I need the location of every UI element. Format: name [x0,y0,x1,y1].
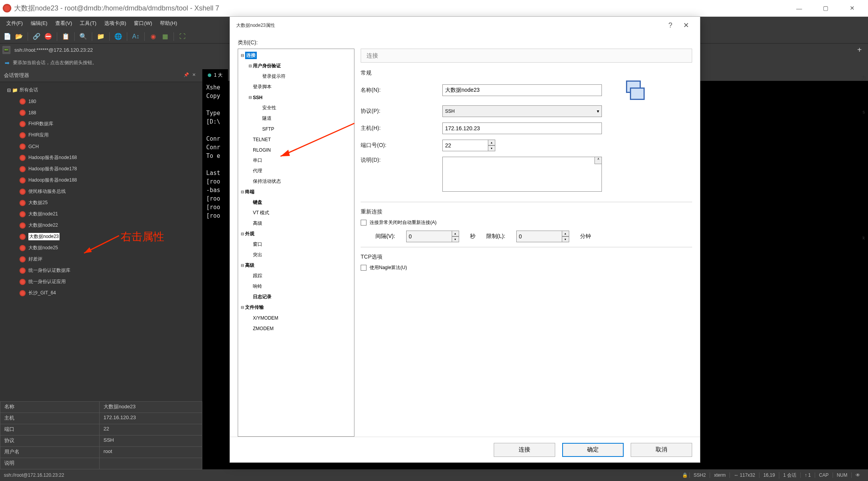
session-item[interactable]: FHIR应用 [0,129,202,141]
fullscreen-icon[interactable]: ⛶ [178,32,187,41]
session-item[interactable]: 统一身份认证数据库 [0,265,202,276]
category-item[interactable]: X/YMODEM [238,313,354,323]
globe-icon[interactable]: 🌐 [114,32,123,41]
add-tab-button[interactable]: + [853,45,866,54]
category-item[interactable]: VT 模式 [238,208,354,218]
session-item[interactable]: FHIR数据库 [0,118,202,129]
sessions-tree[interactable]: ⊟ 📁 所有会话 180188FHIR数据库FHIR应用GCHHadoop服务器… [0,82,202,401]
interval-stepper[interactable]: ▲▼ [406,231,459,242]
category-item[interactable]: ⊟连接 [238,50,354,61]
category-item[interactable]: 日志记录 [238,292,354,302]
cancel-button[interactable]: 取消 [631,443,692,457]
category-tree[interactable]: ⊟连接⊟用户身份验证登录提示符登录脚本⊟SSH安全性隧道SFTPTELNETRL… [238,49,354,437]
expand-icon[interactable]: ⊟ [240,232,245,236]
stepper-up-icon[interactable]: ▲ [562,231,569,236]
reconnect-checkbox[interactable]: 连接异常关闭时自动重新连接(A) [361,219,692,226]
nagle-checkbox[interactable]: 使用Nagle算法(U) [361,264,692,271]
dialog-close-button[interactable]: ✕ [678,21,694,30]
expand-icon[interactable]: ⊟ [240,190,245,194]
reconnect-icon[interactable]: 🔗 [32,32,41,41]
category-item[interactable]: 隧道 [238,113,354,124]
category-item[interactable]: 高级 [238,218,354,229]
category-item[interactable]: 响铃 [238,281,354,292]
session-item[interactable]: 大数据node25 [0,242,202,254]
expand-icon[interactable]: ⊟ [240,53,245,58]
menu-window[interactable]: 窗口(W) [130,18,156,28]
stepper-down-icon[interactable]: ▼ [562,236,569,242]
ftp-icon[interactable]: 📁 [96,32,105,41]
session-item[interactable]: 大数据node23 [0,231,202,242]
category-item[interactable]: 跟踪 [238,271,354,281]
category-item[interactable]: 安全性 [238,103,354,113]
panel-pin-icon[interactable]: 📌 [184,72,190,79]
sessions-root[interactable]: ⊟ 📁 所有会话 [0,84,202,96]
category-item[interactable]: ⊟SSH [238,92,354,103]
category-item[interactable]: RLOGIN [238,145,354,155]
session-item[interactable]: Hadoop服务器node178 [0,163,202,175]
minimize-button[interactable]: — [786,0,812,17]
port-input[interactable] [442,140,488,151]
close-button[interactable]: ✕ [839,0,865,17]
panel-close-icon[interactable]: ✕ [192,72,198,79]
session-icon[interactable]: ◉ [149,32,158,41]
category-item[interactable]: 登录脚本 [238,82,354,92]
stepper-down-icon[interactable]: ▼ [452,236,459,242]
category-item[interactable]: ⊟用户身份验证 [238,61,354,71]
expand-icon[interactable]: ⊟ [240,263,245,268]
host-input[interactable] [442,122,602,134]
session-item[interactable]: 大数据node22 [0,220,202,231]
maximize-button[interactable]: ▢ [812,0,839,17]
copy-icon[interactable]: 📋 [61,32,70,41]
session-item[interactable]: 统一身份认证应用 [0,276,202,287]
terminal-tab[interactable]: 1 大 [202,69,228,81]
stepper-up-icon[interactable]: ▲ [488,140,495,145]
session-item[interactable]: 大数据node21 [0,208,202,220]
session-item[interactable]: Hadoop服务器node188 [0,175,202,186]
category-item[interactable]: 登录提示符 [238,71,354,82]
session-item[interactable]: GCH [0,141,202,152]
session-item[interactable]: Hadoop服务器node168 [0,152,202,163]
session-item[interactable]: 好差评 [0,254,202,265]
category-item[interactable]: TELNET [238,134,354,145]
session-item[interactable]: 便民移动服务总线 [0,186,202,197]
category-item[interactable]: ZMODEM [238,323,354,334]
expand-icon[interactable]: ⊟ [247,64,253,68]
stepper-up-icon[interactable]: ▲ [452,231,459,236]
disconnect-icon[interactable]: ⛔ [44,32,53,41]
expand-icon[interactable]: ⊟ [247,95,253,100]
protocol-select[interactable]: SSH ▾ [442,105,602,117]
new-session-icon[interactable]: 📄 [3,32,12,41]
hint-arrow-icon[interactable]: ➡ [5,59,10,66]
font-icon[interactable]: A↕ [131,32,140,41]
menu-edit[interactable]: 编辑(E) [27,18,51,28]
category-item[interactable]: ⊟文件传输 [238,302,354,313]
menu-view[interactable]: 查看(V) [51,18,76,28]
interval-input[interactable] [406,231,452,242]
connect-button[interactable]: 连接 [494,443,555,457]
port-stepper[interactable]: ▲▼ [442,140,495,151]
category-item[interactable]: ⊟外观 [238,229,354,239]
stepper-down-icon[interactable]: ▼ [488,145,495,151]
dialog-help-button[interactable]: ? [663,21,678,30]
menu-tools[interactable]: 工具(T) [76,18,100,28]
menu-help[interactable]: 帮助(H) [156,18,181,28]
session-item[interactable]: 188 [0,107,202,118]
category-item[interactable]: 保持活动状态 [238,176,354,187]
category-item[interactable]: ⊟终端 [238,187,354,197]
menu-tabs[interactable]: 选项卡(B) [100,18,130,28]
ok-button[interactable]: 确定 [562,443,624,457]
category-item[interactable]: SFTP [238,124,354,134]
category-item[interactable]: 串口 [238,155,354,166]
grid-icon[interactable]: ▦ [160,32,170,41]
menu-file[interactable]: 文件(F) [2,18,27,28]
status-eye-icon[interactable]: 👁 [851,472,864,478]
category-item[interactable]: 代理 [238,166,354,176]
session-item[interactable]: 大数据25 [0,197,202,208]
session-item[interactable]: 180 [0,96,202,107]
description-textarea[interactable]: ∧ [442,157,602,192]
session-item[interactable]: 长沙_GIT_64 [0,287,202,299]
limit-stepper[interactable]: ▲▼ [516,231,569,242]
scroll-up-icon[interactable]: ∧ [594,157,601,164]
search-icon[interactable]: 🔍 [79,32,88,41]
open-icon[interactable]: 📂 [14,32,24,41]
